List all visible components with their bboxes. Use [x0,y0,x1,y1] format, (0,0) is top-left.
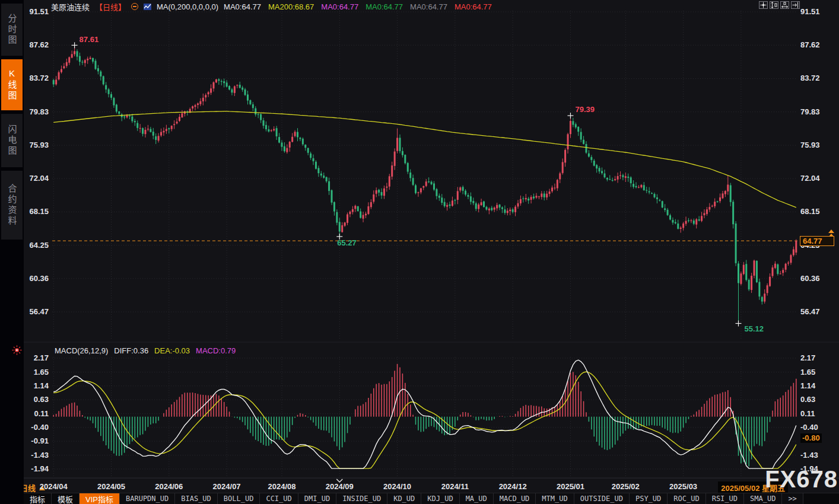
time-tick-1: 2024/04 [40,482,68,491]
price-tick-right-4: 79.83 [800,107,820,117]
price-annotation-87.61: 87.61 [80,35,99,44]
price-tick-left-6: 72.04 [29,174,49,183]
toolbar-tab-1[interactable]: 指标 [24,493,52,504]
symbol-name: 美原油连续 [51,1,90,12]
toolbar-more-button[interactable]: >> [782,493,803,504]
toolbar-tab-13[interactable]: MACD_UD [494,493,536,504]
period-tag: 【日线】 [95,1,126,12]
price-tick-left-7: 68.15 [29,207,49,216]
x-scale-icon[interactable] [780,1,789,9]
price-tick-left-10: 56.47 [29,307,49,317]
toolbar-tab-2[interactable]: 模板 [52,493,80,504]
time-tick-4: 2024/07 [213,482,241,491]
macd-dea-value: DEA:-0.03 [154,346,190,355]
macd-title: MACD(26,12,9) [55,346,108,355]
price-tick-left-5: 75.93 [29,141,49,150]
y-scale-icon[interactable] [770,1,778,9]
toolbar-tab-6[interactable]: BOLL_UD [218,493,260,504]
price-tick-right-10: 56.47 [800,307,820,317]
macd-tick-right-3: 1.14 [800,381,815,391]
toolbar-tab-4[interactable]: BARUPDN_UD [120,493,175,504]
toolbar-tab-18[interactable]: RSI_UD [706,493,744,504]
macd-tick-left-7: -0.91 [31,436,49,446]
price-tick-right-5: 75.93 [800,141,820,150]
price-annotation-55.12: 55.12 [744,324,764,333]
time-tick-6: 2024/09 [326,482,354,491]
price-axis-right[interactable]: 91.5187.6283.7279.8375.9372.0468.1564.25… [800,0,838,504]
macd-tick-left-8: -1.43 [31,451,49,460]
ma-value-1: MA0:64.77 [224,2,261,11]
mini-chart-icon[interactable] [144,3,151,11]
sidebar-tab-3[interactable]: 闪电图 [1,114,23,167]
toolbar-tab-12[interactable]: MA_UD [460,493,494,504]
toolbar-tab-3[interactable]: VIP指标 [80,493,120,504]
price-chart-canvas[interactable] [0,0,839,504]
toolbar-tab-15[interactable]: OUTSIDE_UD [574,493,630,504]
price-tick-left-2: 87.62 [29,40,49,50]
toolbar-tab-9[interactable]: INSIDE_UD [336,493,387,504]
time-tick-3: 2024/06 [155,482,183,491]
price-annotation-79.39: 79.39 [575,105,595,114]
price-tick-left-9: 60.36 [29,274,49,283]
sidebar-tab-4[interactable]: 合约资料 [1,171,23,240]
price-tick-right-2: 87.62 [800,40,820,50]
ma-settings-label: MA(0,200,0,0,0,0) [157,2,218,11]
price-tick-right-9: 60.36 [800,274,820,283]
macd-tick-right-8: -1.43 [800,451,818,460]
macd-tick-left-3: 1.14 [34,381,49,391]
price-tick-right-7: 68.15 [800,207,820,216]
macd-tick-left-1: 2.17 [34,353,49,363]
macd-tick-left-5: 0.11 [34,409,49,419]
toolbar-tab-14[interactable]: MTM_UD [536,493,574,504]
time-tick-9: 2024/12 [499,482,527,491]
time-tick-10: 2025/01 [557,482,584,491]
indicator-toolbar: 指标模板VIP指标BARUPDN_UDBIAS_UDBOLL_UDCCI_UDD… [24,493,839,504]
time-tick-5: 2024/08 [268,482,295,491]
chart-header: 美原油连续 【日线】 MA(0,200,0,0,0,0) MA0:64.77MA… [51,1,492,12]
macd-tick-right-5: 0.11 [800,409,815,419]
pan-right-icon[interactable] [791,1,800,9]
ma-value-2: MA200:68.67 [268,2,314,11]
price-tick-right-6: 72.04 [800,174,820,183]
price-tick-right-1: 91.51 [800,7,820,17]
ma-values: MA0:64.77MA200:68.67MA0:64.77MA0:64.77MA… [224,2,492,11]
macd-tick-right-4: 0.63 [800,395,815,404]
chart-tool-buttons [759,1,800,9]
left-sidebar: 分时图K线图闪电图合约资料 [0,0,24,504]
fx678-watermark: FX678 [765,466,838,493]
macd-macd-value: MACD:0.79 [196,346,236,355]
price-axis-left: 91.5187.6283.7279.8375.9372.0468.1564.25… [24,0,50,504]
time-tick-7: 2024/10 [383,482,411,491]
price-tick-right-3: 83.72 [800,74,820,83]
toolbar-tab-11[interactable]: KDJ_UD [421,493,459,504]
price-tick-left-3: 83.72 [29,74,49,83]
indicator-marker-icon[interactable] [12,345,22,355]
macd-current-value-tag: -0.80 [800,433,822,443]
toolbar-tab-16[interactable]: PSY_UD [630,493,668,504]
ma-value-6: MA0:64.77 [455,2,492,11]
time-axis[interactable]: 日线 2024/042024/052024/062024/072024/0820… [24,478,839,493]
macd-tick-left-2: 1.65 [34,368,49,377]
time-tick-12: 2025/03 [669,482,697,491]
sidebar-tab-1[interactable]: 分时图 [1,4,23,56]
time-tick-8: 2024/11 [441,482,469,491]
time-tick-11: 2025/02 [612,482,640,491]
toolbar-tab-17[interactable]: ROC_UD [668,493,705,504]
toolbar-tab-10[interactable]: KD_UD [387,493,421,504]
toolbar-tab-5[interactable]: BIAS_UD [175,493,218,504]
collapse-indicator-icon[interactable] [131,3,138,10]
toolbar-tab-8[interactable]: DMI_UD [298,493,336,504]
app-window: 分时图K线图闪电图合约资料 美原油连续 【日线】 MA(0,200,0,0,0,… [0,0,839,504]
macd-tick-right-2: 1.65 [800,368,815,377]
macd-tick-left-4: 0.63 [34,395,49,404]
macd-tick-right-1: 2.17 [800,353,815,363]
macd-tick-left-6: -0.40 [31,423,49,432]
sidebar-tab-2[interactable]: K线图 [1,59,23,110]
toolbar-tab-7[interactable]: CCI_UD [260,493,298,504]
price-tick-left-1: 91.51 [29,7,49,17]
toolbar-tab-19[interactable]: SMA_UD [744,493,782,504]
price-tick-left-8: 64.25 [29,241,49,250]
macd-tick-left-9: -1.94 [31,464,49,474]
move-icon[interactable] [759,1,768,9]
price-tick-left-4: 79.83 [29,107,49,117]
